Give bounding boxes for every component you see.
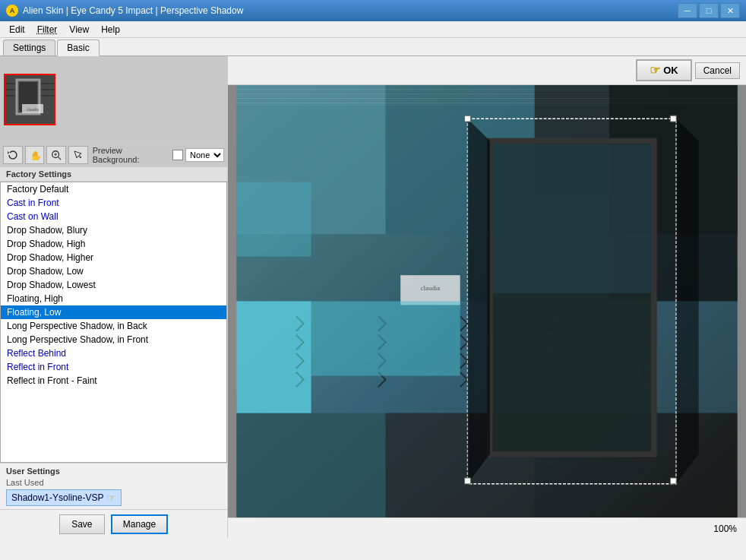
factory-settings-header: Factory Settings xyxy=(0,167,227,182)
ok-icon: ☞ xyxy=(650,63,660,78)
factory-settings-container: Factory Settings Factory Default Cast in… xyxy=(0,167,227,463)
settings-item-floating-high[interactable]: Floating, High xyxy=(1,292,226,305)
main-content: claudia ✋ Preview Background: None xyxy=(0,56,746,539)
preview-background-swatch xyxy=(172,150,183,160)
preview-thumbnail[interactable]: claudia xyxy=(4,74,55,125)
tab-bar: Settings Basic xyxy=(0,38,746,56)
svg-marker-41 xyxy=(676,119,698,484)
preview-background-label: Preview Background: xyxy=(93,146,171,164)
svg-text:claudia: claudia xyxy=(421,284,441,292)
close-button[interactable]: ✕ xyxy=(720,3,740,18)
ok-cancel-area: ☞ OK Cancel xyxy=(636,59,740,81)
settings-item-long-perspective-back[interactable]: Long Perspective Shadow, in Back xyxy=(1,319,226,333)
manage-button[interactable]: Manage xyxy=(111,514,168,534)
settings-item-drop-shadow-low[interactable]: Drop Shadow, Low xyxy=(1,264,226,278)
settings-item-drop-shadow-lowest[interactable]: Drop Shadow, Lowest xyxy=(1,278,226,292)
menu-filter[interactable]: Filter xyxy=(31,23,64,36)
tab-basic[interactable]: Basic xyxy=(57,40,99,56)
minimize-button[interactable]: ─ xyxy=(678,3,697,18)
svg-rect-46 xyxy=(465,478,471,484)
tab-settings[interactable]: Settings xyxy=(3,40,55,55)
menu-view[interactable]: View xyxy=(63,23,95,36)
ok-button[interactable]: ☞ OK xyxy=(636,59,692,81)
save-button[interactable]: Save xyxy=(59,514,105,534)
user-settings-item-label: Shadow1-Ysoline-VSP xyxy=(11,492,103,503)
settings-item-floating-low[interactable]: Floating, Low xyxy=(1,305,226,319)
top-right-bar: ☞ OK Cancel xyxy=(228,56,746,85)
tool-pan[interactable]: ✋ xyxy=(25,146,45,164)
tool-zoom[interactable] xyxy=(46,146,66,164)
bottom-buttons: Save Manage xyxy=(0,509,227,539)
settings-item-reflect-behind[interactable]: Reflect Behind xyxy=(1,346,226,360)
svg-rect-43 xyxy=(493,144,651,293)
svg-rect-45 xyxy=(670,115,676,122)
preview-canvas: claudia xyxy=(228,85,746,517)
factory-settings-list[interactable]: Factory Default Cast in Front Cast on Wa… xyxy=(0,182,227,463)
user-settings-selected-item[interactable]: Shadow1-Ysoline-VSP ☞ xyxy=(6,489,122,506)
preview-area[interactable]: claudia xyxy=(228,85,746,517)
zoom-level: 100% xyxy=(713,524,737,534)
user-settings-section: User Settings Last Used Shadow1-Ysoline-… xyxy=(0,463,227,509)
settings-item-reflect-in-front-faint[interactable]: Reflect in Front - Faint xyxy=(1,374,226,388)
svg-line-11 xyxy=(58,157,62,160)
title-bar: A Alien Skin | Eye Candy 5 Impact | Pers… xyxy=(0,0,746,21)
settings-item-cast-on-wall[interactable]: Cast on Wall xyxy=(1,210,226,223)
app-icon: A xyxy=(6,5,18,17)
menu-edit[interactable]: Edit xyxy=(3,23,31,36)
tool-select[interactable] xyxy=(68,146,88,164)
menu-help[interactable]: Help xyxy=(95,23,126,36)
svg-rect-44 xyxy=(465,115,471,122)
settings-item-long-perspective-front[interactable]: Long Perspective Shadow, in Front xyxy=(1,333,226,346)
preview-background-select[interactable]: None xyxy=(185,148,224,162)
settings-item-factory-default[interactable]: Factory Default xyxy=(1,182,226,196)
settings-item-reflect-in-front[interactable]: Reflect in Front xyxy=(1,360,226,374)
window-controls: ─ □ ✕ xyxy=(678,3,740,18)
user-settings-header: User Settings xyxy=(6,467,221,476)
title-text: Alien Skin | Eye Candy 5 Impact | Perspe… xyxy=(23,5,243,16)
tool-refresh[interactable] xyxy=(3,146,23,164)
left-panel: claudia ✋ Preview Background: None xyxy=(0,56,228,539)
settings-item-cast-in-front[interactable]: Cast in Front xyxy=(1,196,226,210)
svg-marker-40 xyxy=(467,119,489,484)
svg-rect-29 xyxy=(236,182,311,257)
svg-rect-51 xyxy=(236,302,311,413)
svg-text:claudia: claudia xyxy=(27,107,39,112)
svg-rect-47 xyxy=(670,478,676,484)
settings-item-drop-shadow-high[interactable]: Drop Shadow, High xyxy=(1,237,226,251)
status-bar: 100% xyxy=(228,517,746,539)
maximize-button[interactable]: □ xyxy=(699,3,719,18)
right-panel: ☞ OK Cancel xyxy=(228,56,746,539)
settings-item-drop-shadow-higher[interactable]: Drop Shadow, Higher xyxy=(1,251,226,264)
preview-thumb-area: claudia xyxy=(0,56,227,144)
settings-item-drop-shadow-blury[interactable]: Drop Shadow, Blury xyxy=(1,223,226,237)
svg-rect-50 xyxy=(311,302,460,376)
arrow-icon: ☞ xyxy=(106,492,116,504)
last-used-label: Last Used xyxy=(6,478,221,487)
menu-bar: Edit Filter View Help xyxy=(0,21,746,38)
cancel-button[interactable]: Cancel xyxy=(695,62,740,79)
svg-text:✋: ✋ xyxy=(30,150,40,160)
